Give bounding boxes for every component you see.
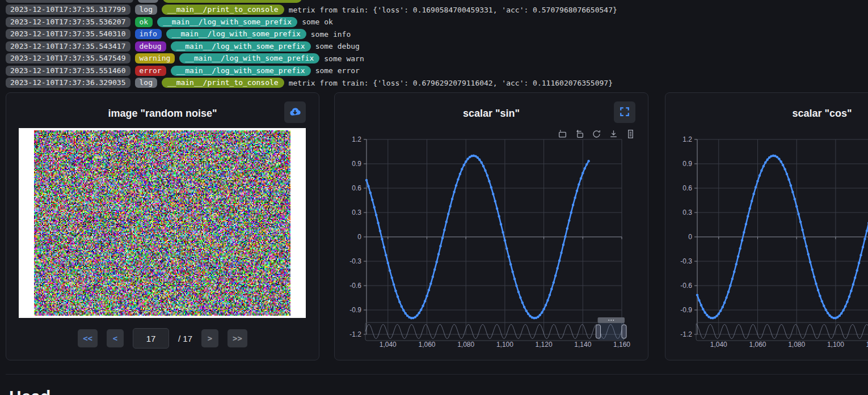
x-axis-label: 1,120 bbox=[536, 341, 553, 349]
data-point bbox=[436, 261, 438, 263]
log-console: 2023-12-10T17:37:35.317799log__main__/pr… bbox=[6, 0, 868, 90]
data-point bbox=[484, 169, 486, 172]
last-page-button[interactable]: >> bbox=[227, 329, 247, 347]
log-row: 2023-12-10T17:37:35.543417debug__main__/… bbox=[6, 41, 360, 52]
data-point bbox=[790, 184, 792, 186]
data-point bbox=[521, 301, 524, 304]
data-point bbox=[425, 295, 428, 297]
data-point bbox=[723, 301, 726, 304]
y-axis-label: 0 bbox=[688, 233, 692, 241]
data-point bbox=[404, 312, 407, 315]
data-point bbox=[477, 156, 479, 159]
y-axis-label: -0.3 bbox=[680, 257, 692, 265]
data-point bbox=[466, 158, 469, 160]
data-point bbox=[801, 229, 803, 231]
next-section-heading: Head bbox=[9, 387, 50, 395]
data-point bbox=[517, 291, 520, 293]
datazoom-window[interactable] bbox=[599, 323, 624, 340]
y-axis-label: -0.6 bbox=[680, 282, 692, 290]
data-point bbox=[702, 308, 704, 310]
y-axis-label: -0.3 bbox=[349, 257, 361, 265]
x-axis-label: 1,080 bbox=[457, 341, 474, 349]
data-point bbox=[749, 207, 751, 210]
datazoom-handle[interactable] bbox=[596, 325, 601, 338]
next-page-button[interactable]: > bbox=[201, 329, 218, 347]
x-axis-label: 1,060 bbox=[418, 341, 435, 349]
data-point bbox=[733, 270, 735, 273]
save-image-icon[interactable] bbox=[609, 129, 618, 139]
data-point bbox=[821, 300, 823, 302]
data-point bbox=[515, 284, 517, 287]
data-point bbox=[429, 282, 432, 284]
data-point bbox=[367, 185, 369, 188]
log-timestamp-badge: 2023-12-10T17:37:35.536207 bbox=[6, 17, 130, 27]
datazoom-preview-wave bbox=[365, 325, 624, 339]
x-axis-label: 1,100 bbox=[827, 341, 844, 349]
data-point bbox=[823, 305, 825, 307]
first-page-button[interactable]: << bbox=[78, 329, 98, 347]
data-point bbox=[866, 230, 868, 232]
data-point bbox=[582, 172, 584, 174]
log-logger-badge: __main__/log_with_some_prefix bbox=[166, 29, 306, 39]
data-point bbox=[545, 304, 547, 306]
data-point bbox=[863, 238, 866, 240]
data-point bbox=[858, 262, 860, 264]
data-point bbox=[747, 215, 749, 217]
data-point bbox=[463, 164, 465, 166]
data-point bbox=[365, 179, 368, 181]
data-point bbox=[696, 294, 698, 296]
data-point bbox=[391, 277, 393, 279]
data-point bbox=[387, 262, 389, 264]
x-axis-label: 1,160 bbox=[613, 341, 630, 349]
data-point bbox=[580, 177, 582, 180]
data-view-icon[interactable] bbox=[626, 129, 635, 139]
data-point bbox=[494, 200, 496, 202]
data-point bbox=[562, 244, 564, 246]
log-level-badge bbox=[138, 0, 158, 3]
restore-icon[interactable] bbox=[592, 129, 601, 139]
log-logger-badge: __main__/log_with_some_prefix bbox=[179, 53, 319, 63]
data-point bbox=[389, 269, 391, 271]
page-number-input[interactable] bbox=[133, 328, 169, 349]
download-image-button[interactable] bbox=[284, 101, 306, 123]
data-point bbox=[587, 160, 589, 162]
data-point bbox=[776, 156, 778, 158]
cos-line-chart[interactable]: 1.20.90.60.30-0.3-0.6-0.9-1.21,0401,0601… bbox=[665, 93, 868, 360]
data-point bbox=[764, 162, 766, 164]
data-point bbox=[856, 269, 858, 271]
data-point bbox=[439, 245, 441, 247]
data-point bbox=[461, 168, 463, 170]
data-point bbox=[401, 305, 403, 308]
data-point bbox=[457, 178, 459, 180]
data-point bbox=[578, 183, 580, 185]
data-point bbox=[369, 192, 372, 194]
log-level-badge: error bbox=[135, 66, 166, 76]
random-noise-image bbox=[34, 130, 290, 316]
data-point bbox=[377, 222, 379, 224]
log-level-badge: log bbox=[135, 78, 157, 88]
data-point bbox=[766, 159, 769, 161]
log-row: 2023-12-10T17:37:36.329035log__main__/pr… bbox=[6, 78, 613, 88]
zoom-select-icon[interactable] bbox=[558, 129, 567, 139]
data-point bbox=[817, 289, 819, 291]
data-point bbox=[854, 277, 856, 279]
y-axis-label: 0.6 bbox=[352, 184, 361, 192]
log-timestamp-badge bbox=[6, 0, 133, 3]
prev-page-button[interactable]: < bbox=[107, 329, 124, 347]
data-point bbox=[441, 237, 444, 239]
data-point bbox=[791, 191, 794, 193]
data-point bbox=[486, 175, 488, 177]
data-point bbox=[786, 173, 788, 175]
y-axis-label: -0.9 bbox=[680, 306, 692, 314]
data-point bbox=[383, 246, 385, 248]
zoom-reset-icon[interactable] bbox=[575, 129, 584, 139]
log-level-badge: ok bbox=[135, 17, 153, 27]
log-level-badge: info bbox=[135, 29, 162, 39]
data-point bbox=[795, 205, 798, 207]
datazoom-handle[interactable] bbox=[622, 325, 626, 338]
x-axis-label: 1,060 bbox=[749, 341, 766, 349]
data-point bbox=[558, 260, 561, 262]
data-point bbox=[756, 180, 759, 182]
datazoom-slider[interactable] bbox=[365, 322, 624, 341]
datazoom-slider[interactable] bbox=[696, 322, 868, 341]
